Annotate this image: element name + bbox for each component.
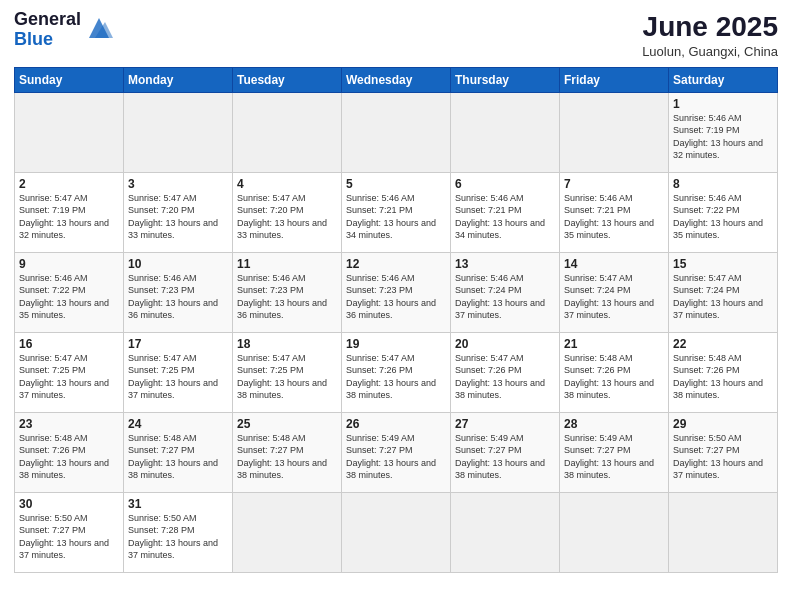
- logo-blue: Blue: [14, 30, 81, 50]
- calendar-cell: [233, 492, 342, 572]
- day-detail: Sunrise: 5:47 AMSunset: 7:20 PMDaylight:…: [128, 193, 218, 241]
- calendar-body: 1 Sunrise: 5:46 AMSunset: 7:19 PMDayligh…: [15, 92, 778, 572]
- calendar-cell: 10 Sunrise: 5:46 AMSunset: 7:23 PMDaylig…: [124, 252, 233, 332]
- calendar-cell: 13 Sunrise: 5:46 AMSunset: 7:24 PMDaylig…: [451, 252, 560, 332]
- calendar-cell: 31 Sunrise: 5:50 AMSunset: 7:28 PMDaylig…: [124, 492, 233, 572]
- day-number: 6: [455, 177, 555, 191]
- header-day: Friday: [560, 67, 669, 92]
- header-day: Saturday: [669, 67, 778, 92]
- day-detail: Sunrise: 5:49 AMSunset: 7:27 PMDaylight:…: [564, 433, 654, 481]
- calendar-cell: 3 Sunrise: 5:47 AMSunset: 7:20 PMDayligh…: [124, 172, 233, 252]
- calendar-cell: [451, 492, 560, 572]
- day-detail: Sunrise: 5:47 AMSunset: 7:19 PMDaylight:…: [19, 193, 109, 241]
- calendar-cell: [15, 92, 124, 172]
- day-detail: Sunrise: 5:46 AMSunset: 7:21 PMDaylight:…: [346, 193, 436, 241]
- day-number: 23: [19, 417, 119, 431]
- calendar-cell: 21 Sunrise: 5:48 AMSunset: 7:26 PMDaylig…: [560, 332, 669, 412]
- header-day: Sunday: [15, 67, 124, 92]
- day-detail: Sunrise: 5:46 AMSunset: 7:21 PMDaylight:…: [564, 193, 654, 241]
- calendar-cell: [560, 492, 669, 572]
- day-number: 13: [455, 257, 555, 271]
- calendar-cell: [560, 92, 669, 172]
- calendar-cell: 12 Sunrise: 5:46 AMSunset: 7:23 PMDaylig…: [342, 252, 451, 332]
- day-number: 27: [455, 417, 555, 431]
- day-number: 28: [564, 417, 664, 431]
- calendar-header: SundayMondayTuesdayWednesdayThursdayFrid…: [15, 67, 778, 92]
- header-day: Thursday: [451, 67, 560, 92]
- day-detail: Sunrise: 5:49 AMSunset: 7:27 PMDaylight:…: [346, 433, 436, 481]
- day-number: 20: [455, 337, 555, 351]
- day-detail: Sunrise: 5:48 AMSunset: 7:26 PMDaylight:…: [19, 433, 109, 481]
- calendar-cell: 6 Sunrise: 5:46 AMSunset: 7:21 PMDayligh…: [451, 172, 560, 252]
- logo: General Blue: [14, 10, 113, 50]
- day-detail: Sunrise: 5:48 AMSunset: 7:26 PMDaylight:…: [673, 353, 763, 401]
- day-number: 5: [346, 177, 446, 191]
- day-number: 18: [237, 337, 337, 351]
- calendar-week-row: 16 Sunrise: 5:47 AMSunset: 7:25 PMDaylig…: [15, 332, 778, 412]
- calendar-cell: 24 Sunrise: 5:48 AMSunset: 7:27 PMDaylig…: [124, 412, 233, 492]
- header-day: Monday: [124, 67, 233, 92]
- day-number: 8: [673, 177, 773, 191]
- calendar-cell: 28 Sunrise: 5:49 AMSunset: 7:27 PMDaylig…: [560, 412, 669, 492]
- calendar-cell: 4 Sunrise: 5:47 AMSunset: 7:20 PMDayligh…: [233, 172, 342, 252]
- day-detail: Sunrise: 5:47 AMSunset: 7:24 PMDaylight:…: [564, 273, 654, 321]
- header-row: SundayMondayTuesdayWednesdayThursdayFrid…: [15, 67, 778, 92]
- logo-text: General Blue: [14, 10, 81, 50]
- day-number: 22: [673, 337, 773, 351]
- day-detail: Sunrise: 5:49 AMSunset: 7:27 PMDaylight:…: [455, 433, 545, 481]
- calendar-cell: 27 Sunrise: 5:49 AMSunset: 7:27 PMDaylig…: [451, 412, 560, 492]
- day-detail: Sunrise: 5:50 AMSunset: 7:28 PMDaylight:…: [128, 513, 218, 561]
- title-block: June 2025 Luolun, Guangxi, China: [642, 10, 778, 59]
- day-detail: Sunrise: 5:47 AMSunset: 7:26 PMDaylight:…: [455, 353, 545, 401]
- calendar-week-row: 23 Sunrise: 5:48 AMSunset: 7:26 PMDaylig…: [15, 412, 778, 492]
- day-detail: Sunrise: 5:46 AMSunset: 7:22 PMDaylight:…: [19, 273, 109, 321]
- header-day: Wednesday: [342, 67, 451, 92]
- calendar-cell: 5 Sunrise: 5:46 AMSunset: 7:21 PMDayligh…: [342, 172, 451, 252]
- day-number: 24: [128, 417, 228, 431]
- calendar-cell: 22 Sunrise: 5:48 AMSunset: 7:26 PMDaylig…: [669, 332, 778, 412]
- calendar-cell: 2 Sunrise: 5:47 AMSunset: 7:19 PMDayligh…: [15, 172, 124, 252]
- day-number: 4: [237, 177, 337, 191]
- day-detail: Sunrise: 5:48 AMSunset: 7:27 PMDaylight:…: [237, 433, 327, 481]
- calendar-cell: 29 Sunrise: 5:50 AMSunset: 7:27 PMDaylig…: [669, 412, 778, 492]
- day-number: 14: [564, 257, 664, 271]
- day-detail: Sunrise: 5:46 AMSunset: 7:19 PMDaylight:…: [673, 113, 763, 161]
- day-number: 16: [19, 337, 119, 351]
- calendar-cell: 19 Sunrise: 5:47 AMSunset: 7:26 PMDaylig…: [342, 332, 451, 412]
- day-detail: Sunrise: 5:47 AMSunset: 7:24 PMDaylight:…: [673, 273, 763, 321]
- month-title: June 2025: [642, 10, 778, 44]
- header: General Blue June 2025 Luolun, Guangxi, …: [14, 10, 778, 59]
- page: General Blue June 2025 Luolun, Guangxi, …: [0, 0, 792, 612]
- day-number: 26: [346, 417, 446, 431]
- day-number: 25: [237, 417, 337, 431]
- day-number: 17: [128, 337, 228, 351]
- day-number: 9: [19, 257, 119, 271]
- day-number: 1: [673, 97, 773, 111]
- calendar-week-row: 1 Sunrise: 5:46 AMSunset: 7:19 PMDayligh…: [15, 92, 778, 172]
- calendar-cell: 14 Sunrise: 5:47 AMSunset: 7:24 PMDaylig…: [560, 252, 669, 332]
- header-day: Tuesday: [233, 67, 342, 92]
- calendar-table: SundayMondayTuesdayWednesdayThursdayFrid…: [14, 67, 778, 573]
- day-detail: Sunrise: 5:46 AMSunset: 7:21 PMDaylight:…: [455, 193, 545, 241]
- calendar-cell: 23 Sunrise: 5:48 AMSunset: 7:26 PMDaylig…: [15, 412, 124, 492]
- day-detail: Sunrise: 5:47 AMSunset: 7:25 PMDaylight:…: [237, 353, 327, 401]
- calendar-cell: [124, 92, 233, 172]
- calendar-cell: 8 Sunrise: 5:46 AMSunset: 7:22 PMDayligh…: [669, 172, 778, 252]
- day-number: 15: [673, 257, 773, 271]
- day-detail: Sunrise: 5:47 AMSunset: 7:25 PMDaylight:…: [128, 353, 218, 401]
- calendar-cell: [233, 92, 342, 172]
- calendar-cell: 15 Sunrise: 5:47 AMSunset: 7:24 PMDaylig…: [669, 252, 778, 332]
- day-detail: Sunrise: 5:48 AMSunset: 7:27 PMDaylight:…: [128, 433, 218, 481]
- calendar-week-row: 9 Sunrise: 5:46 AMSunset: 7:22 PMDayligh…: [15, 252, 778, 332]
- day-detail: Sunrise: 5:47 AMSunset: 7:26 PMDaylight:…: [346, 353, 436, 401]
- day-number: 31: [128, 497, 228, 511]
- day-detail: Sunrise: 5:50 AMSunset: 7:27 PMDaylight:…: [673, 433, 763, 481]
- day-detail: Sunrise: 5:48 AMSunset: 7:26 PMDaylight:…: [564, 353, 654, 401]
- day-number: 2: [19, 177, 119, 191]
- day-detail: Sunrise: 5:47 AMSunset: 7:25 PMDaylight:…: [19, 353, 109, 401]
- day-detail: Sunrise: 5:46 AMSunset: 7:23 PMDaylight:…: [346, 273, 436, 321]
- calendar-cell: 20 Sunrise: 5:47 AMSunset: 7:26 PMDaylig…: [451, 332, 560, 412]
- calendar-week-row: 30 Sunrise: 5:50 AMSunset: 7:27 PMDaylig…: [15, 492, 778, 572]
- day-number: 3: [128, 177, 228, 191]
- day-number: 21: [564, 337, 664, 351]
